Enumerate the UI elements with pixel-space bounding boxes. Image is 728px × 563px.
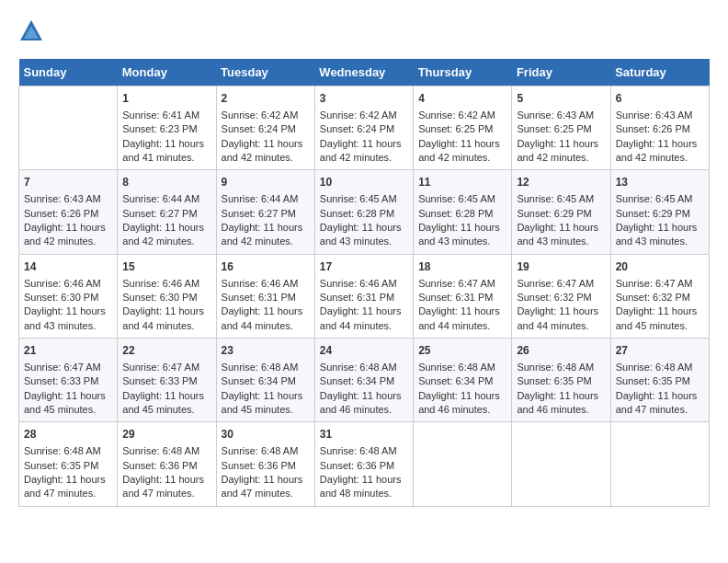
calendar-week-3: 14Sunrise: 6:46 AMSunset: 6:30 PMDayligh…: [19, 254, 710, 338]
calendar-cell: 27Sunrise: 6:48 AMSunset: 6:35 PMDayligh…: [610, 339, 709, 422]
sunset-text: Sunset: 6:35 PM: [24, 460, 98, 471]
sunrise-text: Sunrise: 6:47 AM: [24, 362, 101, 373]
day-number: 22: [122, 343, 210, 359]
daylight-text: Daylight: 11 hours and 42 minutes.: [616, 138, 698, 163]
sunset-text: Sunset: 6:24 PM: [320, 123, 394, 134]
sunrise-text: Sunrise: 6:48 AM: [320, 362, 397, 373]
day-number: 20: [616, 259, 704, 275]
day-number: 10: [320, 175, 408, 190]
sunset-text: Sunset: 6:31 PM: [418, 292, 493, 303]
day-number: 14: [24, 259, 112, 275]
calendar-week-2: 7Sunrise: 6:43 AMSunset: 6:26 PMDaylight…: [19, 170, 710, 254]
sunrise-text: Sunrise: 6:43 AM: [24, 193, 101, 204]
header-day-sunday: Sunday: [19, 59, 118, 86]
calendar-week-4: 21Sunrise: 6:47 AMSunset: 6:33 PMDayligh…: [19, 339, 710, 422]
daylight-text: Daylight: 11 hours and 42 minutes.: [320, 138, 402, 163]
sunrise-text: Sunrise: 6:48 AM: [24, 445, 101, 456]
calendar-cell: 2Sunrise: 6:42 AMSunset: 6:24 PMDaylight…: [216, 86, 314, 170]
calendar-cell: 28Sunrise: 6:48 AMSunset: 6:35 PMDayligh…: [19, 422, 118, 506]
calendar-cell: 6Sunrise: 6:43 AMSunset: 6:26 PMDaylight…: [610, 86, 709, 170]
day-number: 4: [418, 91, 506, 107]
daylight-text: Daylight: 11 hours and 45 minutes.: [122, 390, 204, 415]
day-number: 2: [222, 91, 310, 107]
calendar-cell: [512, 422, 610, 506]
sunrise-text: Sunrise: 6:44 AM: [222, 193, 299, 204]
sunset-text: Sunset: 6:29 PM: [517, 208, 591, 219]
sunrise-text: Sunrise: 6:47 AM: [122, 362, 199, 373]
daylight-text: Daylight: 11 hours and 44 minutes.: [517, 305, 598, 330]
sunset-text: Sunset: 6:34 PM: [222, 375, 296, 386]
day-number: 30: [222, 427, 310, 442]
header-day-saturday: Saturday: [610, 59, 709, 86]
calendar-body: 1Sunrise: 6:41 AMSunset: 6:23 PMDaylight…: [19, 86, 710, 507]
sunset-text: Sunset: 6:31 PM: [320, 292, 394, 303]
sunset-text: Sunset: 6:34 PM: [320, 375, 394, 386]
sunset-text: Sunset: 6:30 PM: [122, 292, 197, 303]
daylight-text: Daylight: 11 hours and 46 minutes.: [517, 390, 598, 415]
sunrise-text: Sunrise: 6:45 AM: [517, 193, 594, 204]
day-number: 13: [616, 175, 704, 190]
sunset-text: Sunset: 6:24 PM: [222, 123, 296, 134]
calendar-cell: 31Sunrise: 6:48 AMSunset: 6:36 PMDayligh…: [314, 422, 413, 506]
day-number: 19: [517, 259, 605, 275]
sunset-text: Sunset: 6:33 PM: [122, 375, 197, 386]
calendar-cell: 4Sunrise: 6:42 AMSunset: 6:25 PMDaylight…: [414, 86, 512, 170]
sunset-text: Sunset: 6:25 PM: [418, 123, 493, 134]
calendar-cell: 11Sunrise: 6:45 AMSunset: 6:28 PMDayligh…: [414, 170, 512, 254]
calendar-cell: 3Sunrise: 6:42 AMSunset: 6:24 PMDaylight…: [314, 86, 413, 170]
calendar-cell: 14Sunrise: 6:46 AMSunset: 6:30 PMDayligh…: [19, 254, 118, 338]
logo-icon: [18, 18, 44, 44]
sunrise-text: Sunrise: 6:46 AM: [24, 278, 101, 289]
sunset-text: Sunset: 6:34 PM: [418, 375, 493, 386]
calendar-cell: [19, 86, 118, 170]
daylight-text: Daylight: 11 hours and 43 minutes.: [24, 305, 106, 330]
day-number: 8: [122, 175, 210, 190]
daylight-text: Daylight: 11 hours and 47 minutes.: [222, 474, 303, 499]
calendar-cell: [414, 422, 512, 506]
calendar-cell: 22Sunrise: 6:47 AMSunset: 6:33 PMDayligh…: [118, 339, 216, 422]
day-number: 27: [616, 343, 704, 359]
calendar-header: SundayMondayTuesdayWednesdayThursdayFrid…: [19, 59, 710, 86]
day-number: 11: [418, 175, 506, 190]
calendar-cell: 17Sunrise: 6:46 AMSunset: 6:31 PMDayligh…: [314, 254, 413, 338]
day-number: 24: [320, 343, 408, 359]
sunrise-text: Sunrise: 6:46 AM: [222, 278, 299, 289]
day-number: 15: [122, 259, 210, 275]
sunrise-text: Sunrise: 6:48 AM: [418, 362, 495, 373]
header-day-thursday: Thursday: [414, 59, 512, 86]
daylight-text: Daylight: 11 hours and 45 minutes.: [616, 305, 698, 330]
day-number: 9: [222, 175, 310, 190]
sunrise-text: Sunrise: 6:44 AM: [122, 193, 199, 204]
calendar-cell: 5Sunrise: 6:43 AMSunset: 6:25 PMDaylight…: [512, 86, 610, 170]
calendar-cell: 1Sunrise: 6:41 AMSunset: 6:23 PMDaylight…: [118, 86, 216, 170]
sunrise-text: Sunrise: 6:46 AM: [122, 278, 199, 289]
day-number: 25: [418, 343, 506, 359]
header-day-tuesday: Tuesday: [216, 59, 314, 86]
sunrise-text: Sunrise: 6:48 AM: [122, 445, 199, 456]
day-number: 23: [222, 343, 310, 359]
day-number: 12: [517, 175, 605, 190]
daylight-text: Daylight: 11 hours and 42 minutes.: [418, 138, 500, 163]
calendar-cell: 25Sunrise: 6:48 AMSunset: 6:34 PMDayligh…: [414, 339, 512, 422]
sunset-text: Sunset: 6:31 PM: [222, 292, 296, 303]
day-number: 31: [320, 427, 408, 442]
daylight-text: Daylight: 11 hours and 43 minutes.: [320, 222, 402, 247]
daylight-text: Daylight: 11 hours and 42 minutes.: [122, 222, 204, 247]
day-number: 3: [320, 91, 408, 107]
calendar-cell: 24Sunrise: 6:48 AMSunset: 6:34 PMDayligh…: [314, 339, 413, 422]
sunrise-text: Sunrise: 6:47 AM: [616, 278, 693, 289]
day-number: 1: [122, 91, 210, 107]
sunrise-text: Sunrise: 6:46 AM: [320, 278, 397, 289]
daylight-text: Daylight: 11 hours and 43 minutes.: [418, 222, 500, 247]
sunrise-text: Sunrise: 6:47 AM: [418, 278, 495, 289]
sunset-text: Sunset: 6:28 PM: [320, 208, 394, 219]
calendar-cell: 21Sunrise: 6:47 AMSunset: 6:33 PMDayligh…: [19, 339, 118, 422]
sunrise-text: Sunrise: 6:48 AM: [616, 362, 693, 373]
day-number: 21: [24, 343, 112, 359]
daylight-text: Daylight: 11 hours and 44 minutes.: [122, 305, 204, 330]
day-number: 17: [320, 259, 408, 275]
sunrise-text: Sunrise: 6:47 AM: [517, 278, 594, 289]
sunrise-text: Sunrise: 6:48 AM: [222, 445, 299, 456]
calendar-table: SundayMondayTuesdayWednesdayThursdayFrid…: [18, 59, 710, 507]
sunrise-text: Sunrise: 6:45 AM: [418, 193, 495, 204]
